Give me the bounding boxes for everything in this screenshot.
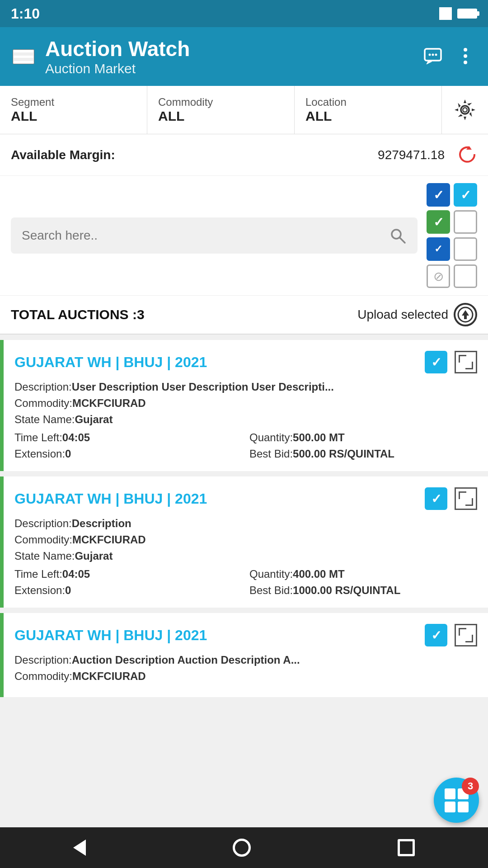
extension-2: Extension:0 bbox=[14, 584, 242, 597]
commodity-filter[interactable]: Commodity ALL bbox=[147, 86, 295, 134]
auction-desc-2: Description:Description bbox=[14, 517, 477, 530]
status-icons bbox=[439, 7, 477, 20]
commodity-prefix-3: Commodity: bbox=[14, 670, 72, 682]
settings-button[interactable] bbox=[442, 86, 488, 134]
state-value-2: Gujarat bbox=[75, 550, 113, 562]
auction-card-header-3: GUJARAT WH | BHUJ | 2021 bbox=[14, 624, 477, 646]
auction-checkbox-3[interactable] bbox=[425, 624, 447, 646]
hamburger-menu-button[interactable] bbox=[13, 49, 34, 64]
time-left-value-2: 04:05 bbox=[62, 568, 90, 580]
fab-button[interactable]: 3 bbox=[434, 778, 479, 823]
time-left-value-1: 04:05 bbox=[62, 431, 90, 443]
svg-marker-14 bbox=[462, 310, 469, 316]
auction-card-header-2: GUJARAT WH | BHUJ | 2021 bbox=[14, 487, 477, 510]
filter-bar: Segment ALL Commodity ALL Location ALL bbox=[0, 86, 488, 134]
auction-commodity-3: Commodity:MCKFCIURAD bbox=[14, 670, 477, 683]
more-options-button[interactable] bbox=[455, 46, 475, 67]
extension-prefix-2: Extension: bbox=[14, 584, 65, 596]
expand-icon-1[interactable] bbox=[455, 351, 477, 373]
battery-icon bbox=[457, 9, 477, 19]
gear-icon bbox=[453, 98, 477, 122]
svg-rect-15 bbox=[464, 316, 467, 319]
fab-sq-1 bbox=[445, 788, 455, 799]
nav-home-button[interactable] bbox=[233, 839, 251, 857]
desc-prefix-3: Description: bbox=[14, 654, 72, 666]
quantity-prefix-2: Quantity: bbox=[249, 568, 293, 580]
auction-title-1: GUJARAT WH | BHUJ | 2021 bbox=[14, 354, 207, 371]
auctions-list: GUJARAT WH | BHUJ | 2021 Description:Use… bbox=[0, 335, 488, 697]
nav-recents-button[interactable] bbox=[398, 839, 415, 856]
status-time: 1:10 bbox=[11, 5, 40, 22]
expand-icon-3[interactable] bbox=[455, 624, 477, 646]
expand-icon-2[interactable] bbox=[455, 487, 477, 510]
svg-point-6 bbox=[464, 61, 467, 64]
search-icon bbox=[389, 226, 407, 245]
back-icon bbox=[73, 840, 86, 856]
location-filter[interactable]: Location ALL bbox=[295, 86, 442, 134]
total-auctions-label: TOTAL AUCTIONS : bbox=[11, 307, 137, 322]
svg-point-5 bbox=[464, 54, 467, 58]
svg-point-1 bbox=[429, 53, 431, 56]
auction-details-grid-1: Time Left:04:05 Quantity:500.00 MT Exten… bbox=[14, 431, 477, 460]
search-box-container bbox=[11, 217, 418, 254]
upload-selected-button[interactable]: Upload selected bbox=[357, 303, 477, 326]
extension-value-1: 0 bbox=[65, 448, 71, 460]
search-input[interactable] bbox=[22, 228, 383, 243]
desc-prefix-1: Description: bbox=[14, 381, 72, 393]
svg-point-4 bbox=[464, 48, 467, 52]
filter-checkbox-4[interactable] bbox=[454, 210, 477, 234]
filter-checkbox-8[interactable] bbox=[454, 264, 477, 288]
commodity-value-2: MCKFCIURAD bbox=[72, 533, 146, 546]
best-bid-prefix-1: Best Bid: bbox=[249, 448, 293, 460]
commodity-value-1: MCKFCIURAD bbox=[72, 397, 146, 409]
chat-button[interactable] bbox=[423, 46, 443, 67]
auction-desc-1: Description:User Description User Descri… bbox=[14, 381, 477, 393]
refresh-button[interactable] bbox=[457, 144, 477, 165]
filter-checkbox-1[interactable] bbox=[427, 183, 450, 207]
filter-checkbox-6[interactable] bbox=[454, 237, 477, 261]
auction-state-2: State Name:Gujarat bbox=[14, 550, 477, 562]
app-header: Auction Watch Auction Market bbox=[0, 27, 488, 86]
extension-value-2: 0 bbox=[65, 584, 71, 596]
desc-prefix-2: Description: bbox=[14, 517, 72, 529]
auction-card-header-1: GUJARAT WH | BHUJ | 2021 bbox=[14, 351, 477, 373]
segment-filter[interactable]: Segment ALL bbox=[0, 86, 147, 134]
desc-value-3: Auction Description Auction Description … bbox=[72, 654, 300, 666]
hamburger-line-3 bbox=[14, 61, 33, 63]
svg-point-3 bbox=[435, 53, 437, 56]
auction-card-2: GUJARAT WH | BHUJ | 2021 Description:Des… bbox=[0, 476, 488, 608]
upload-arrow-icon bbox=[457, 307, 474, 323]
quantity-value-2: 400.00 MT bbox=[293, 568, 345, 580]
quantity-1: Quantity:500.00 MT bbox=[249, 431, 477, 444]
auction-state-1: State Name:Gujarat bbox=[14, 413, 477, 426]
fab-sq-4 bbox=[458, 802, 469, 812]
quantity-prefix-1: Quantity: bbox=[249, 431, 293, 443]
nav-back-button[interactable] bbox=[73, 840, 86, 856]
margin-bar: Available Margin: 9279471.18 bbox=[0, 134, 488, 176]
auction-checkbox-1[interactable] bbox=[425, 351, 447, 373]
total-auctions-count: 3 bbox=[137, 307, 145, 322]
state-value-1: Gujarat bbox=[75, 413, 113, 425]
segment-value: ALL bbox=[11, 108, 136, 124]
margin-value: 9279471.18 bbox=[378, 148, 445, 162]
quantity-2: Quantity:400.00 MT bbox=[249, 568, 477, 580]
extension-prefix-1: Extension: bbox=[14, 448, 65, 460]
status-bar: 1:10 bbox=[0, 0, 488, 27]
filter-checkbox-7[interactable] bbox=[427, 264, 450, 288]
svg-point-9 bbox=[464, 108, 467, 112]
auction-card-1: GUJARAT WH | BHUJ | 2021 Description:Use… bbox=[0, 340, 488, 471]
auction-card-3: GUJARAT WH | BHUJ | 2021 Description:Auc… bbox=[0, 613, 488, 697]
quantity-value-1: 500.00 MT bbox=[293, 431, 345, 443]
app-subtitle: Auction Market bbox=[45, 61, 412, 76]
auction-title-2: GUJARAT WH | BHUJ | 2021 bbox=[14, 491, 207, 507]
upload-selected-label: Upload selected bbox=[357, 307, 448, 322]
filter-checkbox-5[interactable] bbox=[427, 237, 450, 261]
auction-checkbox-2[interactable] bbox=[425, 487, 447, 510]
filter-checkbox-3[interactable] bbox=[427, 210, 450, 234]
svg-line-12 bbox=[399, 237, 405, 243]
header-title-block: Auction Watch Auction Market bbox=[45, 37, 412, 76]
time-left-prefix-2: Time Left: bbox=[14, 568, 62, 580]
filter-checkbox-2[interactable] bbox=[454, 183, 477, 207]
app-title: Auction Watch bbox=[45, 37, 412, 61]
refresh-icon bbox=[457, 144, 477, 164]
